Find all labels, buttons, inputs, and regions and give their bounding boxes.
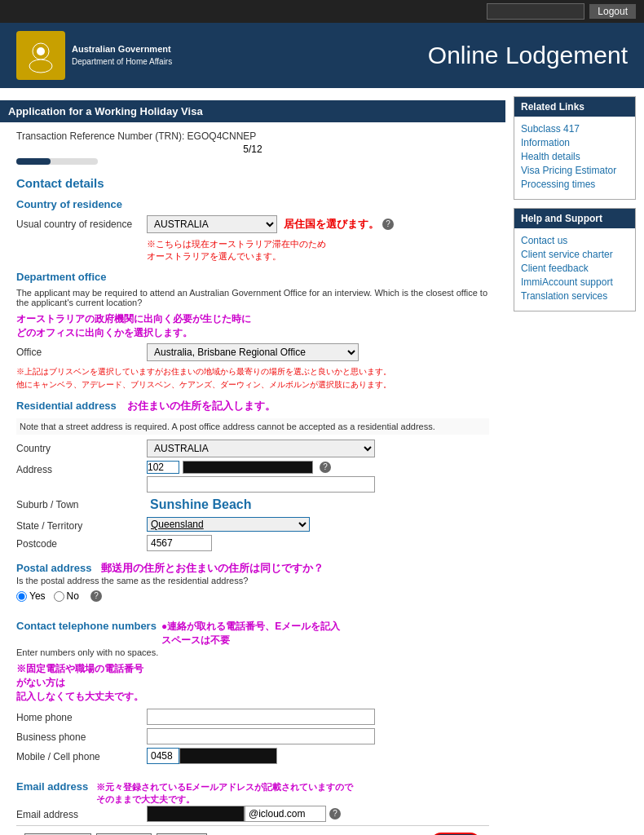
office-label: Office bbox=[16, 343, 147, 358]
help-link-2[interactable]: Client feedback bbox=[521, 263, 629, 274]
country-of-residence-title: Country of residence bbox=[16, 198, 489, 210]
dept-office-info: The applicant may be required to attend … bbox=[16, 288, 489, 307]
res-address-line2[interactable] bbox=[147, 476, 375, 493]
related-links-box: Related Links Subclass 417 Information H… bbox=[514, 96, 636, 200]
address-help-icon[interactable]: ? bbox=[320, 462, 331, 473]
mobile-phone-input[interactable] bbox=[147, 748, 179, 764]
state-select[interactable]: Queensland bbox=[147, 517, 310, 532]
postal-title: Postal address bbox=[16, 562, 92, 574]
postcode-row: Postcode bbox=[16, 535, 489, 551]
business-phone-row: Business phone bbox=[16, 728, 489, 744]
contact-tel-annotation: ●連絡が取れる電話番号、Eメールを記入 スペースは不要 bbox=[161, 620, 340, 647]
email-header: Email address ※元々登録されているEメールアドレスが記載されていま… bbox=[16, 772, 489, 806]
dept-office-annotation1: オーストラリアの政府機関に出向く必要が生じた時に どのオフィスに出向くかを選択し… bbox=[16, 312, 489, 340]
office-select[interactable]: Australia, Brisbane Regional Office bbox=[147, 343, 359, 361]
progress-bar bbox=[16, 158, 98, 165]
dept-office-title: Department office bbox=[16, 271, 489, 283]
residential-note: Note that a street address is required. … bbox=[16, 418, 489, 435]
help-support-box: Help and Support Contact us Client servi… bbox=[514, 208, 636, 311]
search-input[interactable] bbox=[487, 3, 584, 20]
postcode-input[interactable] bbox=[147, 535, 212, 551]
gov-logo-image bbox=[16, 31, 65, 80]
bottom-bar: ⇦ Previous 💾 Save 🖨 Print Next ⇨ bbox=[16, 825, 489, 835]
suburb-row: Suburb / Town Sunshine Beach bbox=[16, 496, 489, 514]
progress-bar-fill bbox=[16, 158, 51, 165]
res-country-select[interactable]: AUSTRALIA bbox=[147, 440, 375, 457]
contact-tel-header: Contact telephone numbers ●連絡が取れる電話番号、Eメ… bbox=[16, 612, 489, 647]
logout-button[interactable]: Logout bbox=[589, 4, 636, 19]
gov-name: Australian Government Department of Home… bbox=[72, 43, 172, 67]
email-input-wrap: ? bbox=[147, 806, 341, 822]
res-country-label: Country bbox=[16, 440, 147, 454]
application-heading: Application for a Working Holiday Visa bbox=[0, 100, 505, 122]
country-input-wrap: AUSTRALIA 居住国を選びます。 ? bbox=[147, 215, 489, 233]
postal-yes-label[interactable]: Yes bbox=[16, 590, 46, 602]
svg-point-1 bbox=[29, 60, 52, 73]
related-link-0[interactable]: Subclass 417 bbox=[521, 123, 629, 135]
email-row: Email address ? bbox=[16, 806, 489, 822]
postal-yes-radio[interactable] bbox=[16, 591, 27, 602]
email-annotation: ※元々登録されているEメールアドレスが記載されていますので そのままで大丈夫です… bbox=[96, 781, 353, 806]
related-links-content: Subclass 417 Information Health details … bbox=[514, 117, 635, 199]
related-links-title: Related Links bbox=[514, 97, 635, 117]
email-prefix-input[interactable] bbox=[147, 806, 245, 822]
country-select[interactable]: AUSTRALIA bbox=[147, 215, 277, 233]
home-phone-input[interactable] bbox=[147, 709, 375, 725]
mobile-input-wrap bbox=[147, 748, 277, 764]
res-country-row: Country AUSTRALIA bbox=[16, 440, 489, 457]
related-link-4[interactable]: Processing times bbox=[521, 179, 629, 190]
email-label: Email address bbox=[16, 806, 147, 820]
state-label: State / Territory bbox=[16, 517, 147, 532]
help-support-title: Help and Support bbox=[514, 209, 635, 228]
suburb-value: Sunshine Beach bbox=[147, 496, 254, 514]
related-link-2[interactable]: Health details bbox=[521, 151, 629, 162]
country-help-icon[interactable]: ? bbox=[382, 219, 394, 230]
trn-label: Transaction Reference Number (TRN): EGOQ… bbox=[16, 130, 489, 142]
business-phone-label: Business phone bbox=[16, 728, 147, 743]
country-of-residence-row: Usual country of residence AUSTRALIA 居住国… bbox=[16, 215, 489, 233]
residential-annotation: お住まいの住所を記入します。 bbox=[127, 400, 276, 412]
postal-no-label[interactable]: No bbox=[54, 590, 79, 602]
help-link-1[interactable]: Client service charter bbox=[521, 249, 629, 260]
office-row: Office Australia, Brisbane Regional Offi… bbox=[16, 343, 489, 361]
office-input-wrap: Australia, Brisbane Regional Office bbox=[147, 343, 489, 361]
help-link-4[interactable]: Translation services bbox=[521, 290, 629, 302]
email-domain-input[interactable] bbox=[245, 806, 326, 822]
home-phone-label: Home phone bbox=[16, 709, 147, 723]
related-link-1[interactable]: Information bbox=[521, 137, 629, 148]
res-address-line1b[interactable] bbox=[183, 461, 313, 474]
help-support-content: Contact us Client service charter Client… bbox=[514, 228, 635, 311]
postal-help-icon[interactable]: ? bbox=[90, 590, 102, 602]
postal-radio-group: Yes No ? bbox=[16, 590, 489, 602]
related-link-3[interactable]: Visa Pricing Estimator bbox=[521, 165, 629, 176]
postal-question: Is the postal address the same as the re… bbox=[16, 576, 489, 585]
svg-point-2 bbox=[37, 47, 45, 55]
country-label: Usual country of residence bbox=[16, 215, 147, 230]
mobile-phone-label: Mobile / Cell phone bbox=[16, 748, 147, 762]
postcode-label: Postcode bbox=[16, 535, 147, 550]
progress-indicator: 5/12 bbox=[16, 144, 489, 155]
suburb-label: Suburb / Town bbox=[16, 496, 147, 510]
state-row: State / Territory Queensland bbox=[16, 517, 489, 532]
help-link-0[interactable]: Contact us bbox=[521, 235, 629, 246]
country-note1: ※こちらは現在オーストラリア滞在中のため オーストラリアを選んでいます。 bbox=[147, 238, 489, 263]
postal-no-radio[interactable] bbox=[54, 591, 64, 602]
sidebar: Related Links Subclass 417 Information H… bbox=[505, 88, 644, 835]
office-note1: ※上記はブリスベンを選択していますがお住まいの地域から最寄りの場所を選ぶと良いか… bbox=[16, 366, 489, 378]
tel-note-wrap: ※固定電話や職場の電話番号がない方は 記入しなくても大丈夫です。 bbox=[16, 662, 489, 704]
mobile-phone-row: Mobile / Cell phone bbox=[16, 748, 489, 764]
help-link-3[interactable]: ImmiAccount support bbox=[521, 276, 629, 288]
res-address-label: Address bbox=[16, 461, 147, 475]
tel-info: Enter numbers only with no spaces. bbox=[16, 647, 489, 657]
postal-address-section: Postal address 郵送用の住所とお住まいの住所は同じですか？ bbox=[16, 561, 489, 576]
home-phone-row: Home phone bbox=[16, 709, 489, 725]
mobile-phone-input-b[interactable] bbox=[179, 748, 277, 764]
contact-details-title: Contact details bbox=[16, 176, 489, 190]
res-address-row: Address ? bbox=[16, 461, 489, 493]
page-title: Online Lodgement bbox=[428, 42, 628, 69]
country-annotation: 居住国を選びます。 bbox=[284, 217, 379, 232]
email-help-icon[interactable]: ? bbox=[329, 808, 341, 820]
res-address-line1[interactable] bbox=[147, 461, 179, 474]
business-phone-input[interactable] bbox=[147, 728, 375, 744]
contact-tel-title: Contact telephone numbers bbox=[16, 620, 157, 632]
